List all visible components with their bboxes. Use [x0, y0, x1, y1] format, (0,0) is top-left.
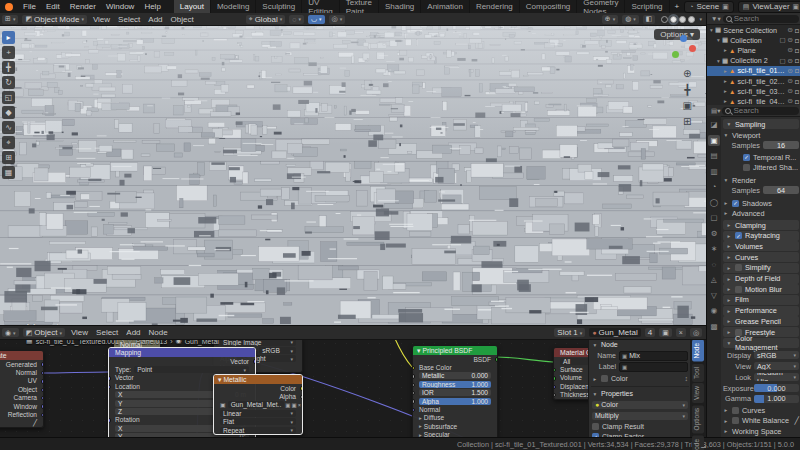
sidebar-tab-node[interactable]: Node [692, 340, 704, 362]
section-sampling[interactable]: ▾Sampling [723, 119, 799, 129]
chevron-right-icon[interactable]: ▸ [723, 407, 729, 413]
tool-measure[interactable]: ⌖ [2, 136, 15, 149]
twisty-icon[interactable]: ▸ [722, 68, 729, 74]
node-dropdown[interactable]: sRGB▾ [259, 347, 296, 354]
value-slider[interactable]: Metallic0.000 [419, 372, 491, 379]
twisty-icon[interactable]: ▾ [715, 37, 722, 43]
eyedropper-icon[interactable]: ╱ [33, 419, 37, 427]
section-film[interactable]: ▸Film [723, 295, 799, 305]
input-socket[interactable] [413, 399, 415, 403]
orientation-dropdown[interactable]: ⌖Global▾ [246, 15, 286, 24]
checkbox[interactable]: ✓ [732, 200, 739, 207]
menu-help[interactable]: Help [139, 2, 165, 11]
slider-exposure[interactable]: 0.000 [754, 384, 799, 392]
viewport-menu-select[interactable]: Select [114, 15, 144, 24]
filter-icon[interactable]: ▼▾ [711, 15, 721, 23]
tool-rotate[interactable]: ↻ [2, 76, 15, 89]
output-socket[interactable] [41, 396, 43, 400]
hide-eye-icon[interactable]: ⊙ [788, 36, 793, 44]
tool-add-cube[interactable]: ⊞ [2, 151, 15, 164]
xray-toggle[interactable]: ◧ [643, 15, 656, 24]
section-volumes[interactable]: ▸Volumes [723, 241, 799, 251]
node-row-alpha[interactable]: Alpha [214, 392, 302, 400]
proportional-edit-dropdown[interactable]: ◎▾ [329, 15, 346, 24]
node-row-metallic[interactable]: Metallic0.000 [413, 372, 497, 380]
navigation-gizmo[interactable] [670, 35, 696, 61]
node-row-bsdf[interactable]: BSDF [413, 355, 497, 363]
node-row-flat[interactable]: Flat▾ [214, 418, 302, 426]
node-header[interactable]: Mapping [109, 348, 255, 357]
exclude-checkbox[interactable]: ▢ [779, 57, 785, 65]
chevron-right-icon[interactable]: ▸ [726, 276, 732, 282]
input-socket[interactable] [554, 376, 556, 380]
properties-tab-tool[interactable]: ◪ [708, 119, 720, 130]
unlink-icon[interactable]: × [298, 402, 301, 408]
value-slider[interactable]: Alpha1.000 [419, 398, 491, 405]
chevron-right-icon[interactable]: ▸ [726, 318, 732, 324]
node-header[interactable]: ▾Metallic [214, 375, 302, 384]
shader-editor[interactable]: ◉▾ ◩Object▾ ViewSelectAddNode Slot 1▾ ● … [0, 325, 706, 437]
pin-button[interactable]: ◎ [690, 328, 702, 337]
chevron-down-icon[interactable]: ▾ [726, 121, 732, 127]
checkbox-clamp-factor[interactable]: ✓ [592, 433, 599, 437]
dropdown-display[interactable]: sRGB▾ [754, 351, 799, 359]
node-principled-bsdf[interactable]: ▾Principled BSDFBSDFBase ColorMetallic0.… [412, 345, 498, 437]
section-depth-of-field[interactable]: ▸Depth of Field [723, 274, 799, 284]
chevron-down-icon[interactable]: ▾ [726, 340, 732, 346]
node-row-normal[interactable]: Normal [0, 368, 43, 376]
checkbox-temporal-r-[interactable]: ✓ [743, 154, 750, 161]
value-slider[interactable]: IOR1.500 [419, 389, 491, 396]
axis-z-handle[interactable] [680, 35, 687, 42]
node-row-color[interactable]: Color [214, 384, 302, 392]
node-row-linear[interactable]: Linear▾ [214, 409, 302, 417]
output-socket[interactable] [495, 357, 497, 361]
hide-eye-icon[interactable]: ⊙ [788, 87, 793, 95]
workspace-tab-layout[interactable]: Layout [174, 0, 211, 13]
sidebar-tab-view[interactable]: View [692, 383, 704, 403]
snap-toggle[interactable]: ◡▾ [308, 15, 325, 24]
dropdown-look[interactable]: Medium Hig...▾ [754, 373, 799, 381]
dropdown-view[interactable]: AgX▾ [754, 362, 799, 370]
checkbox[interactable] [732, 417, 739, 424]
output-socket[interactable] [41, 379, 43, 383]
node-row-type-[interactable]: Type:Point▾ [109, 365, 255, 373]
shading-wireframe-button[interactable] [661, 16, 668, 23]
sidebar-tab-tool[interactable]: Tool [692, 364, 704, 382]
chevron-right-icon[interactable]: ▸ [726, 265, 732, 271]
workspace-tab-sculpting[interactable]: Sculpting [256, 0, 302, 13]
outliner-row-plane[interactable]: ▸▲Plane⊙◘ [707, 45, 800, 55]
render-camera-icon[interactable]: ◘ [795, 47, 799, 54]
shading-material-preview-button[interactable] [679, 16, 686, 23]
input-socket[interactable] [413, 383, 415, 387]
input-socket[interactable] [413, 391, 415, 395]
outliner-row-scene-collection[interactable]: ▾▦Scene Collection⊙◘ [707, 25, 800, 35]
workspace-tab-animation[interactable]: Animation [421, 0, 470, 13]
render-camera-icon[interactable]: ◘ [795, 78, 799, 85]
output-socket[interactable] [41, 371, 43, 375]
render-samples-field[interactable]: 64 [763, 186, 799, 194]
view-layer-selector[interactable]: ▤ ViewLayer ▣ [738, 1, 800, 13]
output-socket[interactable] [41, 388, 43, 392]
node-menu-add[interactable]: Add [122, 328, 144, 337]
viewport-3d[interactable]: ⊞▾ ◩Object Mode▾ ViewSelectAddObject ⌖Gl… [0, 13, 706, 325]
input-socket[interactable] [554, 385, 556, 389]
chevron-right-icon[interactable]: ▸ [723, 418, 729, 424]
hide-eye-icon[interactable]: ⊙ [788, 57, 793, 65]
browse-icon[interactable]: ▣ [285, 402, 290, 408]
viewport-menu-view[interactable]: View [89, 15, 114, 24]
collapse-icon[interactable]: ▸ [419, 423, 422, 429]
sidebar-tab-node-l[interactable]: Node L [692, 436, 704, 450]
chevron-right-icon[interactable]: ▸ [723, 200, 729, 206]
chevron-right-icon[interactable]: ▸ [726, 243, 732, 249]
workspace-tab-scripting[interactable]: Scripting [625, 0, 669, 13]
chevron-right-icon[interactable]: ▸ [726, 308, 732, 314]
outliner-row-sci-fi-tile-02-[interactable]: ▸▲sci-fi_tile_02_...⊙◘ [707, 76, 800, 86]
output-socket[interactable] [41, 362, 43, 366]
color-checkbox[interactable] [601, 375, 608, 382]
node-row-alpha[interactable]: Alpha1.000 [413, 397, 497, 405]
shading-solid-button[interactable] [670, 16, 677, 23]
checkbox[interactable] [732, 407, 739, 414]
input-socket[interactable] [554, 368, 556, 372]
collapse-icon[interactable]: ▸ [419, 415, 422, 421]
input-socket[interactable] [413, 408, 415, 412]
